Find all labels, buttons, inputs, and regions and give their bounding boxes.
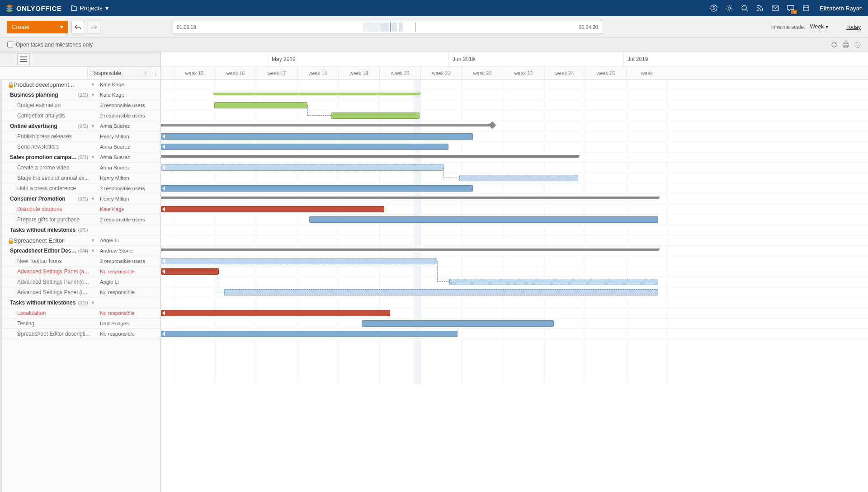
milestone-diamond[interactable] [489, 122, 496, 129]
chevron-down-icon[interactable]: ▼ [91, 124, 95, 128]
task-row[interactable]: Budget estimation3 responsible users [0, 100, 160, 111]
undo-button[interactable] [71, 21, 84, 33]
task-row[interactable]: Competitor analysis2 responsible users [0, 111, 160, 121]
open-tasks-checkbox[interactable] [7, 42, 13, 47]
task-row[interactable]: LocalizationNo responsible [0, 308, 160, 319]
task-bar[interactable] [161, 206, 384, 212]
task-bar[interactable] [161, 258, 437, 264]
task-bar[interactable] [309, 216, 658, 223]
task-bar[interactable] [459, 175, 578, 181]
task-bar[interactable] [331, 112, 420, 119]
task-bar[interactable] [161, 331, 458, 337]
create-button[interactable]: Create ▾ [7, 21, 68, 33]
refresh-icon[interactable] [831, 42, 837, 48]
timeline-range[interactable]: 01.06.18 30.04.20 [173, 21, 602, 33]
module-selector[interactable]: Projects ▾ [71, 5, 108, 12]
gantt-body[interactable] [161, 80, 868, 384]
responsible-column-header[interactable]: Responsible × [87, 67, 151, 79]
month-label: Jul 2019 [623, 52, 648, 67]
row-count: (0/2) [78, 196, 88, 201]
task-row[interactable]: Create a promo videoAnna Suarez [0, 163, 160, 173]
print-icon[interactable] [843, 42, 849, 48]
chevron-down-icon[interactable]: ▼ [91, 300, 95, 305]
task-bar[interactable] [224, 289, 658, 295]
gantt-row [161, 194, 868, 204]
task-bar[interactable] [161, 268, 219, 275]
task-row[interactable]: TestingDart Bridges [0, 319, 160, 329]
scale-selector[interactable]: Week ▾ [810, 23, 828, 30]
chevron-down-icon[interactable]: ▼ [91, 238, 95, 243]
task-row[interactable]: Advanced Settings Panel (im...No respons… [0, 287, 160, 298]
task-bar[interactable] [362, 320, 554, 327]
continues-left-icon [162, 186, 165, 191]
task-row[interactable]: New Toolbar Icons2 responsible users [0, 256, 160, 267]
row-responsible: Dart Bridges [98, 321, 160, 326]
task-row[interactable]: Publish press releasesHenry Milton [0, 131, 160, 142]
summary-bar[interactable] [161, 155, 578, 158]
summary-bar[interactable] [161, 197, 658, 199]
week-label: week 16 [215, 67, 256, 80]
chevron-down-icon[interactable]: ▼ [91, 82, 95, 87]
summary-bar[interactable] [214, 93, 420, 95]
mail-icon[interactable] [772, 5, 779, 12]
task-row[interactable]: Spreadsheet Editor descripti...No respon… [0, 329, 160, 339]
open-tasks-filter[interactable]: Open tasks and milestones only [7, 42, 93, 48]
settings-icon[interactable] [726, 5, 733, 12]
tree-menu-button[interactable] [17, 53, 30, 65]
milestone-row[interactable]: Spreadsheet Editor Design(0/4)▼Andrew St… [0, 246, 160, 256]
continues-left-icon [162, 165, 165, 170]
redo-button[interactable] [88, 21, 100, 33]
gantt-row [161, 225, 868, 235]
payments-icon[interactable]: $ [710, 5, 717, 12]
week-label: week [626, 67, 667, 80]
task-row[interactable]: Advanced Settings Panel (au...No respons… [0, 267, 160, 277]
gantt-row [161, 183, 868, 194]
task-row[interactable]: Hold a press conference2 responsible use… [0, 183, 160, 194]
milestone-row[interactable]: Consumer Promotion(0/2)▼Henry Milton [0, 194, 160, 204]
task-bar[interactable] [161, 133, 473, 140]
milestone-row[interactable]: Business planning(2/2)▼Kate Kage [0, 90, 160, 100]
task-row[interactable]: Distribute couponsKate Kage [0, 204, 160, 215]
continues-left-icon [162, 311, 165, 315]
chevron-down-icon[interactable]: ▼ [91, 93, 95, 97]
summary-bar[interactable] [161, 248, 658, 251]
week-label: week 22 [462, 67, 503, 80]
task-bar[interactable] [161, 310, 390, 316]
task-bar[interactable] [214, 102, 307, 108]
week-label: week 20 [379, 67, 420, 80]
today-button[interactable]: Today [846, 24, 861, 30]
calendar-icon[interactable] [802, 5, 810, 12]
row-responsible: Anna Suarez [98, 144, 160, 150]
task-row[interactable]: Advanced Settings Panel (ch...Angie Li [0, 277, 160, 287]
help-icon[interactable]: ? [854, 42, 861, 48]
project-row[interactable]: 🔒Spreadsheet Editor▼Angie Li [0, 235, 160, 246]
chevron-down-icon[interactable]: ▼ [91, 197, 95, 201]
add-column-button[interactable]: + [151, 67, 160, 79]
task-bar[interactable] [449, 279, 658, 285]
summary-bar[interactable] [161, 124, 489, 127]
task-row[interactable]: Stage the second annual ex...Henry Milto… [0, 173, 160, 183]
task-nm-row[interactable]: Tasks without milestones(0/3)▼ [0, 298, 160, 308]
task-bar[interactable] [161, 185, 473, 192]
task-bar[interactable] [161, 144, 448, 150]
chevron-down-icon[interactable]: ▼ [91, 248, 95, 253]
talk-icon[interactable]: 18 [787, 5, 794, 12]
create-label: Create [12, 23, 29, 30]
project-row[interactable]: 🔒Product development...▼Kate Kage [0, 80, 160, 90]
task-row[interactable]: Send newslettersAnna Suarez [0, 142, 160, 152]
user-menu[interactable]: Elizabeth Rayan [820, 5, 863, 12]
chevron-down-icon[interactable]: ▼ [91, 155, 95, 159]
brand-logo[interactable]: ONLYOFFICE [5, 4, 61, 12]
feed-icon[interactable] [756, 5, 764, 12]
milestone-row[interactable]: Sales promotion campaign(0/3)▼Anna Suare… [0, 152, 160, 163]
row-name: Business planning [10, 92, 78, 98]
task-row[interactable]: Prepare gifts for purchase2 responsible … [0, 215, 160, 225]
remove-column-icon[interactable]: × [144, 70, 147, 76]
dependency-line [443, 168, 459, 178]
milestone-row[interactable]: Online advertising(0/2)▼Anna Suarez [0, 121, 160, 131]
task-nm-row[interactable]: Tasks without milestones(0/0) [0, 225, 160, 235]
row-responsible: Anna Suarez [98, 165, 160, 170]
search-icon[interactable] [741, 5, 748, 12]
task-bar[interactable] [161, 164, 443, 171]
row-responsible: No responsible [98, 269, 160, 274]
